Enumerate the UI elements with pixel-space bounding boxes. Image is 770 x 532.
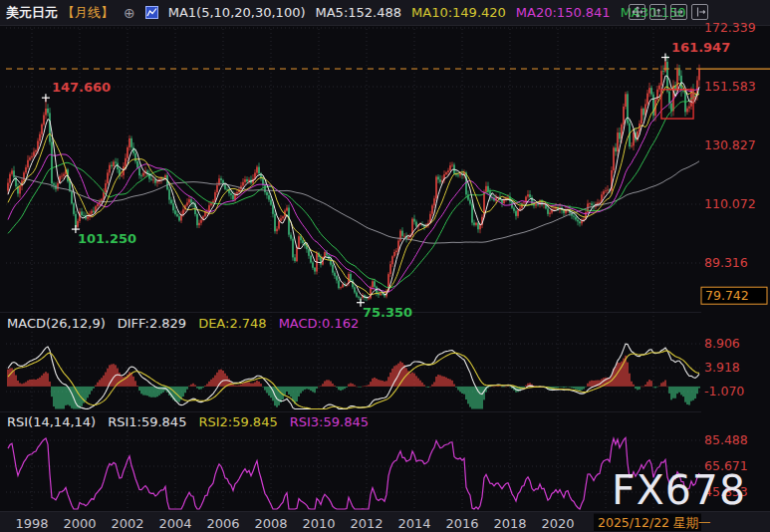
macd-diff-value: DIFF:2.829 bbox=[118, 316, 186, 331]
rsi-title: RSI(14,14,14) bbox=[7, 414, 96, 429]
macd-dea-value: DEA:2.748 bbox=[198, 316, 267, 331]
rsi1-value: RSI1:59.845 bbox=[108, 414, 186, 429]
svg-text:2000: 2000 bbox=[63, 516, 96, 531]
fx678-watermark: FX678 bbox=[612, 466, 746, 514]
ma5-value: MA5:152.488 bbox=[316, 5, 402, 20]
add-compare-icon[interactable]: ⊕ bbox=[124, 6, 135, 20]
rsi3-value: RSI3:59.845 bbox=[290, 414, 369, 429]
pan-icon[interactable] bbox=[629, 4, 645, 20]
svg-text:2014: 2014 bbox=[397, 516, 430, 531]
svg-text:-1.070: -1.070 bbox=[704, 384, 744, 399]
svg-text:75.350: 75.350 bbox=[363, 305, 412, 320]
svg-text:2006: 2006 bbox=[206, 516, 239, 531]
svg-text:2025/12/22 星期一: 2025/12/22 星期一 bbox=[598, 515, 711, 530]
svg-text:2004: 2004 bbox=[158, 516, 191, 531]
svg-text:8.906: 8.906 bbox=[704, 336, 740, 351]
svg-text:2018: 2018 bbox=[493, 516, 526, 531]
macd-title: MACD(26,12,9) bbox=[7, 316, 106, 331]
symbol-title: 美元日元 bbox=[6, 4, 58, 22]
chart-canvas[interactable]: 147.660101.25075.350161.9471998200020022… bbox=[0, 0, 770, 532]
ma20-value: MA20:150.841 bbox=[516, 5, 611, 20]
svg-text:89.316: 89.316 bbox=[704, 255, 748, 270]
svg-text:2002: 2002 bbox=[111, 516, 143, 531]
ma10-value: MA10:149.420 bbox=[411, 5, 506, 20]
svg-text:110.072: 110.072 bbox=[704, 196, 756, 211]
svg-text:101.250: 101.250 bbox=[78, 231, 136, 246]
rsi-header: RSI(14,14,14) RSI1:59.845 RSI2:59.845 RS… bbox=[7, 414, 369, 429]
chart-style-icon[interactable] bbox=[145, 6, 158, 19]
trading-chart-window: 147.660101.25075.350161.9471998200020022… bbox=[0, 0, 770, 532]
period-label[interactable]: 【月线】 bbox=[62, 4, 114, 22]
ma-settings-label: MA1(5,10,20,30,100) bbox=[168, 5, 306, 20]
axis-zoom-up-icon[interactable] bbox=[649, 4, 666, 20]
svg-text:2008: 2008 bbox=[254, 516, 287, 531]
macd-macd-value: MACD:0.162 bbox=[279, 316, 360, 331]
chart-toolbar bbox=[629, 4, 708, 20]
axis-zoom-right-icon[interactable] bbox=[670, 4, 687, 20]
rsi2-value: RSI2:59.845 bbox=[198, 414, 277, 429]
svg-text:79.742: 79.742 bbox=[705, 288, 749, 303]
macd-header: MACD(26,12,9) DIFF:2.829 DEA:2.748 MACD:… bbox=[7, 316, 359, 331]
svg-text:2016: 2016 bbox=[445, 516, 478, 531]
svg-text:130.827: 130.827 bbox=[704, 137, 756, 152]
svg-text:161.947: 161.947 bbox=[671, 40, 730, 55]
exit-view-icon[interactable] bbox=[691, 4, 708, 20]
svg-text:151.583: 151.583 bbox=[704, 79, 756, 94]
svg-text:2020: 2020 bbox=[541, 516, 574, 531]
svg-text:1998: 1998 bbox=[15, 516, 48, 531]
svg-text:2010: 2010 bbox=[302, 516, 335, 531]
svg-text:85.488: 85.488 bbox=[704, 432, 748, 447]
svg-text:3.918: 3.918 bbox=[704, 360, 740, 375]
svg-text:2012: 2012 bbox=[350, 516, 383, 531]
svg-text:147.660: 147.660 bbox=[52, 80, 111, 95]
